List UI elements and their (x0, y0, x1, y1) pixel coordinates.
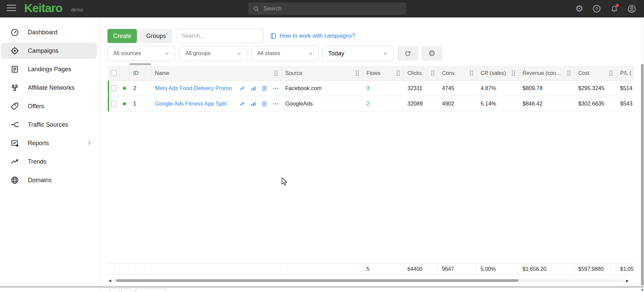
drag-handle-icon[interactable] (431, 71, 435, 76)
cell-source: Facebook.com (281, 81, 362, 96)
pager-button[interactable] (109, 288, 119, 292)
table-top-scrollbar-thumb[interactable] (130, 63, 151, 65)
drag-handle-icon[interactable] (470, 71, 473, 76)
column-header-cost[interactable]: Cost (574, 66, 616, 80)
sidebar-item-label: Domains (28, 177, 52, 184)
stats-chart-icon[interactable] (250, 101, 256, 107)
column-header-id[interactable]: ID (129, 66, 151, 80)
table-settings-button[interactable]: ⚙ (422, 46, 442, 61)
vscroll-down-arrow[interactable]: ▼ (641, 288, 644, 292)
groups-button[interactable]: Groups (140, 29, 172, 43)
sidebar-item-domains[interactable]: Domains (1, 172, 97, 188)
sidebar-item-label: Reports (28, 140, 49, 147)
column-header-cr[interactable]: CR (sales) (477, 66, 518, 80)
filter-sources-dropdown[interactable]: All sources (107, 46, 175, 61)
select-all-checkbox[interactable] (111, 70, 116, 76)
cell-conv: 4902 (438, 96, 477, 111)
notes-icon[interactable] (261, 85, 267, 91)
global-search[interactable] (248, 3, 406, 15)
sidebar-item-trends[interactable]: Trends (1, 154, 97, 170)
status-dot (123, 102, 126, 106)
link-icon[interactable] (239, 101, 245, 107)
refresh-icon (404, 49, 412, 57)
total-flows: 5 (362, 264, 403, 275)
gear-icon: ⚙ (428, 49, 436, 58)
campaigns-target-icon (10, 46, 19, 55)
sidebar-item-label: Campaigns (28, 47, 58, 54)
global-search-input[interactable] (263, 5, 406, 12)
hscroll-right-arrow[interactable]: ▶ (626, 278, 629, 283)
notifications-bell-icon[interactable] (609, 4, 619, 14)
total-clicks: 64400 (403, 264, 438, 275)
table-row: 2 Meta Ads Food Delivery Promo ⋯ Faceboo… (108, 81, 634, 96)
more-actions-icon[interactable]: ⋯ (273, 84, 279, 92)
settings-gear-icon[interactable]: ⚙ (574, 4, 584, 14)
create-button[interactable]: Create (107, 29, 137, 43)
campaign-search-input[interactable] (177, 29, 264, 43)
account-icon[interactable] (627, 4, 637, 14)
sidebar-item-traffic-sources[interactable]: Traffic Sources (1, 117, 97, 133)
column-header-name[interactable]: Name (151, 66, 281, 80)
link-icon[interactable] (239, 85, 245, 91)
row-active-bar (108, 96, 109, 111)
filter-groups-dropdown[interactable]: All groups (180, 46, 247, 61)
menu-icon[interactable] (7, 5, 16, 13)
hscroll-thumb[interactable] (116, 279, 518, 282)
totals-row: 5 64400 9647 5.00% $1,656.20 $597.9880 $… (108, 263, 634, 275)
sidebar-item-dashboard[interactable]: Dashboard (1, 24, 97, 40)
cell-id: 1 (129, 96, 151, 111)
row-active-bar (108, 81, 109, 96)
cell-id: 2 (129, 81, 151, 96)
help-icon[interactable]: ? (592, 4, 602, 14)
sidebar-item-landings[interactable]: Landings Pages (1, 61, 97, 77)
campaigns-table: ID Name Source Flows Clicks Conv. CR (sa… (108, 63, 634, 286)
sidebar-item-reports[interactable]: Reports (1, 135, 97, 151)
column-header-flows[interactable]: Flows (362, 66, 403, 80)
drag-handle-icon[interactable] (275, 71, 278, 76)
cell-cost: $302.6635 (574, 96, 616, 111)
cell-clicks: 32311 (403, 81, 438, 96)
cell-revenue: $809.78 (518, 81, 574, 96)
total-cr: 5.00% (477, 264, 518, 275)
campaign-name-link[interactable]: Meta Ads Food Delivery Promo (155, 85, 232, 91)
more-actions-icon[interactable]: ⋯ (273, 100, 279, 108)
chevron-down-icon (237, 51, 242, 56)
total-pl: $1,05 (616, 264, 634, 275)
sidebar-item-campaigns[interactable]: Campaigns (1, 43, 97, 59)
app-logo[interactable]: Keitaro (24, 1, 62, 15)
drag-handle-icon[interactable] (567, 71, 571, 76)
drag-handle-icon[interactable] (356, 71, 359, 76)
sidebar-item-label: Trends (28, 158, 46, 165)
cell-cr: 5.14% (477, 96, 518, 111)
refresh-button[interactable] (397, 46, 418, 61)
cell-conv: 4745 (438, 81, 477, 96)
drag-handle-icon[interactable] (512, 71, 515, 76)
sidebar-item-affiliate-networks[interactable]: Affiliate Networks (1, 80, 97, 96)
stats-chart-icon[interactable] (250, 85, 256, 91)
hscroll-left-arrow[interactable]: ◀ (108, 278, 111, 283)
flows-count-link[interactable]: 2 (366, 100, 369, 107)
notes-icon[interactable] (261, 101, 267, 107)
row-checkbox[interactable] (111, 101, 117, 107)
sidebar: Dashboard Campaigns Landings Pages Affil… (0, 17, 101, 292)
per-page-select[interactable] (136, 288, 166, 292)
drag-handle-icon[interactable] (609, 71, 613, 76)
pager-button[interactable] (121, 288, 131, 292)
drag-handle-icon[interactable] (397, 71, 400, 76)
sidebar-item-offers[interactable]: $ Offers (1, 98, 97, 114)
column-header-pl[interactable]: P/L ( (616, 66, 634, 80)
main-content: Create Groups How to work with campaigns… (101, 17, 644, 292)
filter-states-dropdown[interactable]: All states (251, 46, 319, 61)
vscroll-thumb[interactable] (641, 64, 644, 286)
flows-count-link[interactable]: 3 (366, 85, 369, 91)
column-header-source[interactable]: Source (281, 66, 362, 80)
column-header-clicks[interactable]: Clicks (403, 66, 438, 80)
help-campaigns-link[interactable]: How to work with campaigns? (270, 29, 355, 43)
chevron-down-icon (308, 51, 313, 56)
campaign-name-link[interactable]: Google Ads Fitness App Split (155, 100, 227, 107)
filter-daterange-dropdown[interactable]: Today (323, 46, 394, 61)
column-header-revenue[interactable]: Revenue (con… (518, 66, 574, 80)
chevron-down-icon (383, 51, 388, 56)
column-header-conv[interactable]: Conv. (438, 66, 477, 80)
row-checkbox[interactable] (111, 85, 117, 91)
